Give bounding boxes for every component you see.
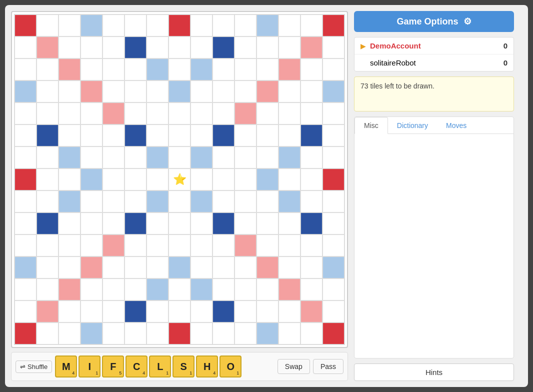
cell-4-4[interactable]	[102, 102, 124, 124]
cell-4-1[interactable]	[102, 36, 124, 58]
cell-14-12[interactable]	[322, 278, 344, 300]
cell-1-4[interactable]	[36, 102, 58, 124]
cell-6-11[interactable]	[146, 256, 168, 278]
cell-3-13[interactable]	[80, 300, 102, 322]
cell-1-13[interactable]	[36, 300, 58, 322]
cell-11-9[interactable]	[256, 212, 278, 234]
cell-5-6[interactable]	[124, 146, 146, 168]
cell-11-10[interactable]	[256, 234, 278, 256]
cell-12-5[interactable]	[278, 124, 300, 146]
cell-1-9[interactable]	[36, 212, 58, 234]
cell-2-1[interactable]	[58, 36, 80, 58]
cell-13-6[interactable]	[300, 146, 322, 168]
tab-misc[interactable]: Misc	[354, 117, 388, 134]
cell-7-11[interactable]	[168, 256, 190, 278]
cell-12-4[interactable]	[278, 102, 300, 124]
cell-9-6[interactable]	[212, 146, 234, 168]
cell-3-12[interactable]	[80, 278, 102, 300]
cell-6-10[interactable]	[146, 234, 168, 256]
cell-14-7[interactable]	[322, 168, 344, 190]
cell-8-3[interactable]	[190, 80, 212, 102]
cell-7-3[interactable]	[168, 80, 190, 102]
cell-4-7[interactable]	[102, 168, 124, 190]
cell-8-10[interactable]	[190, 234, 212, 256]
cell-3-9[interactable]	[80, 212, 102, 234]
cell-5-4[interactable]	[124, 102, 146, 124]
cell-11-1[interactable]	[256, 36, 278, 58]
cell-10-11[interactable]	[234, 256, 256, 278]
cell-8-1[interactable]	[190, 36, 212, 58]
cell-6-8[interactable]	[146, 190, 168, 212]
cell-4-9[interactable]	[102, 212, 124, 234]
cell-4-14[interactable]	[102, 322, 124, 344]
cell-12-3[interactable]	[278, 80, 300, 102]
cell-2-13[interactable]	[58, 300, 80, 322]
cell-1-0[interactable]	[36, 14, 58, 36]
cell-12-11[interactable]	[278, 256, 300, 278]
cell-10-12[interactable]	[234, 278, 256, 300]
cell-8-14[interactable]	[190, 322, 212, 344]
cell-8-12[interactable]	[190, 278, 212, 300]
cell-14-3[interactable]	[322, 80, 344, 102]
cell-1-5[interactable]	[36, 124, 58, 146]
cell-9-0[interactable]	[212, 14, 234, 36]
cell-0-8[interactable]	[14, 190, 36, 212]
cell-11-6[interactable]	[256, 146, 278, 168]
rack-tile-6[interactable]: H4	[196, 356, 218, 378]
pass-button[interactable]: Pass	[313, 359, 344, 374]
cell-5-8[interactable]	[124, 190, 146, 212]
cell-13-7[interactable]	[300, 168, 322, 190]
cell-3-5[interactable]	[80, 124, 102, 146]
tab-dictionary[interactable]: Dictionary	[388, 117, 437, 134]
cell-11-5[interactable]	[256, 124, 278, 146]
cell-1-12[interactable]	[36, 278, 58, 300]
cell-3-2[interactable]	[80, 58, 102, 80]
cell-8-2[interactable]	[190, 58, 212, 80]
cell-12-14[interactable]	[278, 322, 300, 344]
cell-4-2[interactable]	[102, 58, 124, 80]
cell-14-9[interactable]	[322, 212, 344, 234]
cell-12-0[interactable]	[278, 14, 300, 36]
cell-13-11[interactable]	[300, 256, 322, 278]
cell-0-1[interactable]	[14, 36, 36, 58]
cell-2-8[interactable]	[58, 190, 80, 212]
shuffle-button[interactable]: ⇌ Shuffle	[16, 360, 52, 373]
cell-4-3[interactable]	[102, 80, 124, 102]
cell-6-1[interactable]	[146, 36, 168, 58]
cell-9-5[interactable]	[212, 124, 234, 146]
cell-6-13[interactable]	[146, 300, 168, 322]
cell-6-12[interactable]	[146, 278, 168, 300]
cell-5-11[interactable]	[124, 256, 146, 278]
cell-4-11[interactable]	[102, 256, 124, 278]
cell-2-0[interactable]	[58, 14, 80, 36]
rack-tile-5[interactable]: S1	[172, 356, 194, 378]
cell-10-1[interactable]	[234, 36, 256, 58]
cell-0-5[interactable]	[14, 124, 36, 146]
cell-0-0[interactable]	[14, 14, 36, 36]
cell-11-14[interactable]	[256, 322, 278, 344]
cell-1-10[interactable]	[36, 234, 58, 256]
cell-9-3[interactable]	[212, 80, 234, 102]
cell-5-7[interactable]	[124, 168, 146, 190]
cell-14-4[interactable]	[322, 102, 344, 124]
cell-0-6[interactable]	[14, 146, 36, 168]
cell-11-8[interactable]	[256, 190, 278, 212]
cell-8-13[interactable]	[190, 300, 212, 322]
cell-14-8[interactable]	[322, 190, 344, 212]
cell-1-8[interactable]	[36, 190, 58, 212]
cell-5-5[interactable]	[124, 124, 146, 146]
hints-button[interactable]: Hints	[354, 364, 514, 381]
cell-2-10[interactable]	[58, 234, 80, 256]
cell-13-1[interactable]	[300, 36, 322, 58]
cell-9-13[interactable]	[212, 300, 234, 322]
cell-8-11[interactable]	[190, 256, 212, 278]
rack-tile-7[interactable]: O1	[220, 356, 242, 378]
cell-6-5[interactable]	[146, 124, 168, 146]
cell-7-0[interactable]	[168, 14, 190, 36]
cell-3-10[interactable]	[80, 234, 102, 256]
rack-tile-2[interactable]: F5	[102, 356, 124, 378]
cell-9-10[interactable]	[212, 234, 234, 256]
cell-13-14[interactable]	[300, 322, 322, 344]
cell-13-10[interactable]	[300, 234, 322, 256]
cell-14-6[interactable]	[322, 146, 344, 168]
